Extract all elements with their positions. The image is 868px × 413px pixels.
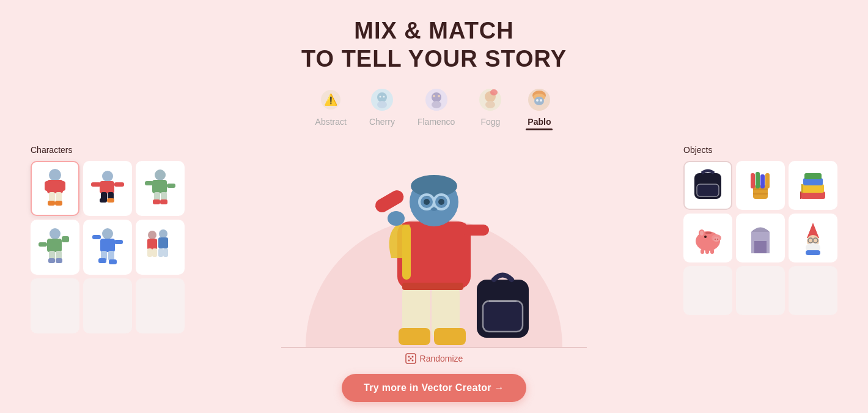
tab-flamenco-label: Flamenco [417, 117, 455, 127]
svg-rect-24 [45, 181, 50, 191]
svg-point-3 [377, 92, 387, 102]
svg-rect-71 [402, 225, 411, 280]
character-card-1[interactable] [31, 161, 79, 216]
svg-rect-48 [62, 236, 69, 242]
svg-rect-85 [434, 328, 466, 345]
svg-point-30 [102, 171, 113, 182]
svg-text:⚠️: ⚠️ [324, 93, 338, 106]
svg-rect-37 [107, 198, 114, 203]
randomize-label: Randomize [420, 354, 463, 363]
tab-cherry[interactable]: Cherry [369, 86, 395, 127]
characters-grid [31, 161, 185, 333]
tab-pablo[interactable]: Pablo [526, 86, 553, 127]
objects-panel: Objects [683, 145, 837, 315]
character-card-5[interactable] [83, 220, 132, 275]
object-card-pencils[interactable] [736, 161, 785, 210]
svg-rect-49 [39, 242, 47, 247]
svg-point-22 [49, 169, 61, 181]
svg-point-54 [102, 228, 113, 239]
svg-rect-100 [753, 188, 768, 190]
character-card-3[interactable] [136, 161, 185, 216]
svg-rect-31 [100, 181, 114, 193]
tab-abstract-label: Abstract [315, 117, 347, 127]
svg-rect-121 [754, 241, 767, 253]
object-card-backpack[interactable] [683, 161, 732, 210]
svg-point-63 [159, 229, 167, 238]
tab-fogg[interactable]: Fogg [477, 86, 504, 127]
svg-point-130 [411, 356, 413, 358]
cta-label: Try more in Vector Creator → [364, 382, 504, 393]
svg-point-114 [715, 239, 716, 240]
character-tabs: ⚠️ Abstract Cherry [315, 86, 553, 127]
svg-point-112 [704, 236, 707, 238]
character-card-7[interactable] [31, 278, 79, 333]
svg-point-115 [717, 239, 718, 240]
character-card-4[interactable] [31, 220, 79, 275]
center-stage [281, 145, 587, 348]
svg-rect-59 [108, 251, 114, 261]
randomize-button[interactable]: Randomize [405, 353, 463, 364]
svg-rect-60 [98, 258, 106, 263]
svg-rect-52 [48, 258, 55, 263]
svg-rect-61 [109, 259, 117, 264]
svg-rect-40 [145, 181, 153, 185]
objects-grid [683, 161, 837, 315]
tab-fogg-label: Fogg [480, 117, 500, 127]
object-card-gnome[interactable] [789, 214, 837, 262]
svg-rect-117 [701, 249, 704, 254]
svg-rect-103 [802, 184, 824, 193]
svg-point-4 [377, 101, 387, 108]
tab-pablo-icon [526, 86, 553, 113]
character-card-2[interactable] [83, 161, 132, 216]
svg-rect-64 [147, 239, 157, 250]
object-card-empty-1[interactable] [683, 266, 732, 315]
cta-button[interactable]: Try more in Vector Creator → [342, 374, 526, 402]
svg-rect-66 [147, 248, 152, 257]
svg-rect-72 [373, 188, 406, 215]
svg-point-5 [379, 96, 381, 98]
svg-point-129 [408, 356, 410, 358]
object-card-empty-3[interactable] [789, 266, 837, 315]
object-card-empty-2[interactable] [736, 266, 785, 315]
object-card-books[interactable] [789, 161, 837, 210]
svg-rect-32 [91, 182, 101, 187]
svg-rect-101 [753, 193, 768, 195]
page-title: MIX & MATCH TO TELL YOUR STORY [301, 17, 567, 73]
svg-rect-105 [804, 173, 822, 179]
svg-rect-56 [92, 235, 101, 239]
svg-rect-47 [47, 239, 62, 252]
characters-label: Characters [31, 145, 72, 155]
svg-point-10 [433, 95, 435, 97]
object-card-arch[interactable] [736, 214, 785, 262]
character-card-9[interactable] [136, 278, 185, 333]
bottom-section: Randomize Try more in Vector Creator → [0, 353, 868, 402]
character-card-8[interactable] [83, 278, 132, 333]
svg-point-81 [431, 207, 437, 211]
svg-rect-86 [402, 283, 463, 290]
svg-rect-73 [462, 225, 489, 236]
svg-rect-67 [152, 248, 157, 257]
tab-abstract-icon: ⚠️ [317, 86, 344, 113]
page-wrapper: MIX & MATCH TO TELL YOUR STORY ⚠️ Abstra… [0, 0, 868, 413]
svg-rect-53 [56, 258, 62, 263]
svg-rect-36 [100, 198, 107, 203]
svg-rect-28 [48, 201, 55, 206]
svg-rect-84 [399, 328, 430, 345]
tab-flamenco[interactable]: Flamenco [417, 86, 455, 127]
tab-fogg-icon [477, 86, 504, 113]
tab-abstract[interactable]: ⚠️ Abstract [315, 86, 347, 127]
svg-rect-55 [100, 239, 115, 252]
svg-point-113 [713, 237, 719, 242]
character-card-6[interactable] [136, 220, 185, 275]
main-character-svg [355, 160, 513, 347]
svg-point-79 [424, 199, 430, 205]
svg-rect-68 [158, 248, 163, 257]
svg-point-133 [410, 358, 411, 360]
svg-point-6 [383, 96, 384, 98]
tab-pablo-label: Pablo [528, 117, 551, 127]
tab-cherry-icon [369, 86, 395, 113]
svg-rect-118 [705, 249, 709, 254]
svg-rect-44 [153, 199, 160, 204]
svg-point-14 [490, 89, 498, 95]
object-card-piggybank[interactable] [683, 214, 732, 262]
